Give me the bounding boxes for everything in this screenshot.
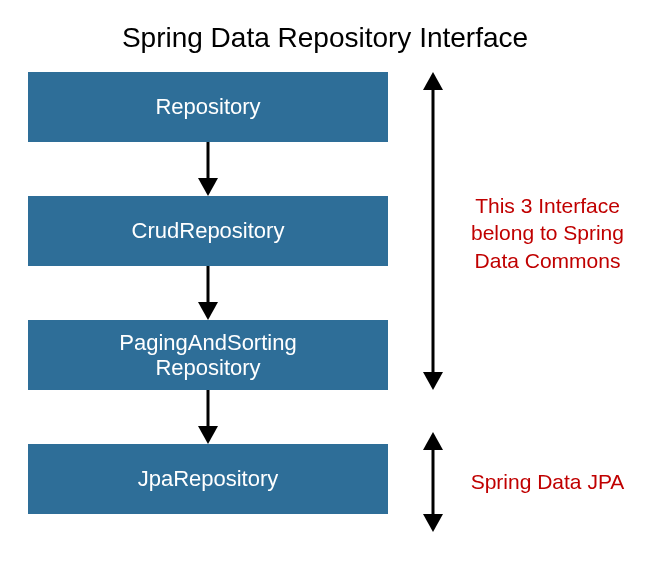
- arrow-down-icon: [28, 266, 388, 320]
- box-line-1: PagingAndSorting: [119, 330, 296, 355]
- svg-marker-11: [423, 514, 443, 532]
- svg-marker-5: [198, 426, 218, 444]
- box-repository: Repository: [28, 72, 388, 142]
- arrow-down-icon: [28, 142, 388, 196]
- svg-marker-1: [198, 178, 218, 196]
- svg-marker-3: [198, 302, 218, 320]
- box-jpa-repository: JpaRepository: [28, 444, 388, 514]
- double-arrow-icon: [418, 432, 448, 532]
- box-line-2: Repository: [155, 355, 260, 380]
- annotation-commons: This 3 Interface belong to Spring Data C…: [460, 192, 635, 274]
- double-arrow-icon: [418, 72, 448, 390]
- boxes-column: Repository CrudRepository PagingAndSorti…: [28, 72, 388, 514]
- annotation-line: belong to Spring: [460, 219, 635, 246]
- annotation-line: This 3 Interface: [460, 192, 635, 219]
- svg-marker-8: [423, 372, 443, 390]
- svg-marker-6: [423, 72, 443, 90]
- diagram-title: Spring Data Repository Interface: [0, 0, 650, 72]
- box-paging-sorting-repository: PagingAndSorting Repository: [28, 320, 388, 390]
- arrow-down-icon: [28, 390, 388, 444]
- box-crud-repository: CrudRepository: [28, 196, 388, 266]
- annotation-jpa: Spring Data JPA: [460, 468, 635, 495]
- annotation-line: Data Commons: [460, 247, 635, 274]
- svg-marker-9: [423, 432, 443, 450]
